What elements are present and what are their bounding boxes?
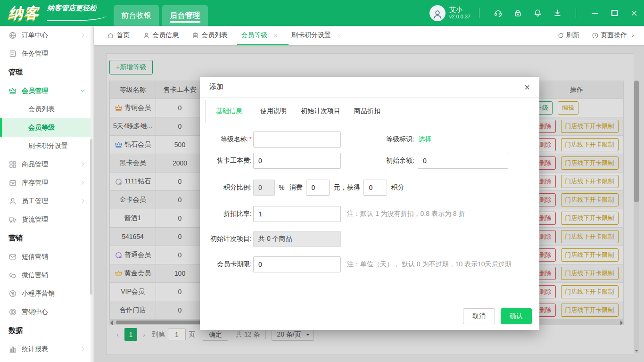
prev-page-icon[interactable]: ‹: [113, 330, 123, 338]
sidebar-item-marketing-center[interactable]: 营销中心: [0, 303, 93, 321]
sidebar-item-logistics-manage[interactable]: 货流管理: [0, 210, 93, 229]
store-offline-card-limit-button[interactable]: 门店线下开卡限制: [561, 156, 619, 170]
maximize-button[interactable]: [604, 0, 624, 26]
page-unit-label: 页: [189, 330, 195, 339]
scroll-down-icon[interactable]: [635, 350, 638, 352]
store-offline-card-limit-button[interactable]: 门店线下开卡限制: [561, 120, 619, 133]
dialog-tab-basic-info[interactable]: 基础信息: [205, 100, 253, 123]
level-name-input[interactable]: [253, 132, 341, 148]
add-level-button[interactable]: +新增等级: [109, 60, 153, 74]
caret-down-icon: [306, 334, 310, 336]
tab-home[interactable]: 首页: [107, 26, 130, 45]
goto-confirm-button[interactable]: 确定: [203, 328, 228, 341]
dialog-form: 等级名称:* 等级标识: 选择 售卡工本费: 初始余额: 积分比例: % 消费 …: [200, 125, 539, 272]
download-icon[interactable]: [547, 8, 567, 17]
sidebar-item-member-manage[interactable]: 会员管理: [0, 82, 93, 100]
bell-icon[interactable]: [528, 8, 547, 17]
tab-member-level[interactable]: 会员等级: [241, 26, 278, 45]
dialog-tab-goods-discount[interactable]: 商品折扣: [354, 103, 380, 119]
store-offline-card-limit-button[interactable]: 门店线下开卡限制: [561, 267, 619, 280]
sidebar-item-sms-marketing[interactable]: 短信营销: [0, 247, 93, 266]
sidebar-item-miniapp-marketing[interactable]: 小程序营销: [0, 284, 93, 303]
truck-icon: [8, 215, 17, 224]
chevron-right-icon: [80, 346, 86, 352]
sidebar-scrollbar-thumb[interactable]: [90, 139, 92, 295]
chevron-right-icon: [80, 180, 86, 186]
points-unit-label: 积分: [391, 183, 404, 192]
sidebar-item-inventory-manage[interactable]: 库存管理: [0, 173, 93, 192]
store-offline-card-limit-button[interactable]: 门店线下开卡限制: [561, 212, 619, 225]
badge-select-link[interactable]: 选择: [418, 135, 431, 144]
discount-ratio-input[interactable]: [253, 206, 341, 222]
points-ratio-input[interactable]: [253, 180, 275, 196]
edit-button[interactable]: 编辑: [558, 101, 578, 115]
minimize-button[interactable]: [585, 0, 604, 26]
scroll-right-icon[interactable]: [620, 321, 623, 325]
person-icon: [143, 32, 150, 39]
sidebar-item-staff-manage[interactable]: 员工管理: [0, 192, 93, 210]
close-button[interactable]: [624, 0, 644, 26]
card-fee-input[interactable]: [253, 153, 341, 169]
sidebar-item-member-list[interactable]: 会员列表: [0, 100, 93, 118]
close-icon[interactable]: [273, 33, 278, 38]
dialog-tab-usage-note[interactable]: 使用说明: [260, 103, 287, 119]
sidebar-section-marketing: 营销: [0, 229, 93, 247]
nav-tab-front-cashier[interactable]: 前台收银: [114, 5, 159, 26]
divider: [265, 330, 266, 339]
page-size-select[interactable]: 20 条/页: [272, 328, 314, 341]
next-page-icon[interactable]: ›: [139, 330, 149, 338]
vertical-scrollbar[interactable]: [634, 81, 639, 353]
card-term-input[interactable]: [253, 256, 341, 272]
nav-tab-backend-manage[interactable]: 后台管理: [162, 5, 208, 26]
miniapp-icon: [8, 289, 17, 298]
sidebar-item-partial[interactable]: [0, 358, 93, 362]
discount-ratio-label: 折扣比率:: [200, 210, 252, 218]
store-offline-card-limit-button[interactable]: 门店线下开卡限制: [561, 193, 619, 206]
circle-gray-icon: [115, 178, 123, 186]
cancel-button[interactable]: 取消: [463, 308, 495, 324]
store-offline-card-limit-button[interactable]: 门店线下开卡限制: [561, 138, 619, 151]
initial-count-items-value[interactable]: 共 0 个商品: [253, 231, 341, 247]
dialog-close-button[interactable]: ×: [521, 82, 533, 93]
store-offline-card-limit-button[interactable]: 门店线下开卡限制: [561, 230, 619, 243]
sidebar-item-card-points-setting[interactable]: 刷卡积分设置: [0, 137, 93, 155]
sidebar-item-wechat-marketing[interactable]: 微信营销: [0, 266, 93, 284]
crown-gold-icon: [115, 270, 123, 278]
dialog-tabs: 基础信息 使用说明 初始计次项目 商品折扣: [200, 98, 539, 125]
confirm-button[interactable]: 确认: [501, 308, 532, 324]
scroll-left-icon[interactable]: [110, 321, 113, 325]
sidebar-item-task-manage[interactable]: 任务管理: [0, 44, 93, 63]
tab-member-info[interactable]: 会员信息: [143, 26, 179, 45]
initial-balance-label: 初始余额:: [362, 156, 414, 165]
vertical-scrollbar-thumb[interactable]: [634, 81, 639, 202]
store-offline-card-limit-button[interactable]: 门店线下开卡限制: [561, 304, 619, 317]
tab-member-list[interactable]: 会员列表: [192, 26, 228, 45]
sidebar-item-member-level[interactable]: 会员等级: [0, 118, 93, 137]
initial-balance-input[interactable]: [418, 153, 508, 169]
clipboard-icon: [192, 32, 199, 39]
user-avatar[interactable]: [429, 5, 446, 21]
mail-icon: [8, 253, 17, 261]
person-icon: [8, 197, 17, 206]
page-operations-button[interactable]: 页面操作: [592, 31, 637, 40]
chevron-right-icon: [80, 161, 86, 167]
support-icon[interactable]: [488, 8, 508, 17]
goto-page-input[interactable]: [168, 329, 186, 340]
dialog-tab-initial-count-items[interactable]: 初始计次项目: [301, 103, 340, 119]
tab-card-points-setting[interactable]: 刷卡积分设置: [291, 26, 342, 45]
sidebar-item-statistics-report[interactable]: 统计报表: [0, 340, 93, 358]
points-gain-input[interactable]: [363, 180, 387, 196]
sidebar-item-order-center[interactable]: 订单中心: [0, 26, 93, 44]
lock-icon[interactable]: [508, 8, 528, 17]
maximize-icon: [611, 10, 618, 16]
store-offline-card-limit-button[interactable]: 门店线下开卡限制: [561, 175, 619, 188]
consume-amount-input[interactable]: [306, 180, 330, 196]
sidebar-item-goods-manage[interactable]: 商品管理: [0, 155, 93, 173]
store-offline-card-limit-button[interactable]: 门店线下开卡限制: [561, 285, 619, 298]
tabs-actions: 刷新 页面操作: [545, 26, 637, 45]
sidebar-scrollbar[interactable]: [91, 26, 93, 362]
current-page-button[interactable]: 1: [124, 328, 137, 341]
refresh-button[interactable]: 刷新: [557, 31, 579, 40]
store-offline-card-limit-button[interactable]: 门店线下开卡限制: [561, 248, 619, 262]
close-icon[interactable]: [337, 33, 342, 38]
